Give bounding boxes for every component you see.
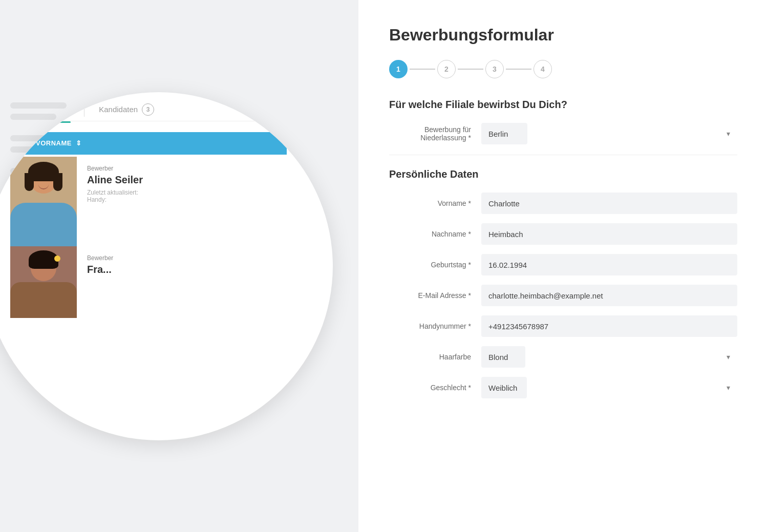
tab-bewerber-label: Bewerber	[20, 105, 53, 114]
kandidaten-badge: 3	[142, 103, 154, 116]
section-divider	[389, 155, 737, 155]
applicant-name-2: Fra...	[87, 264, 276, 275]
email-input[interactable]	[481, 285, 737, 306]
applicant-row-2[interactable]: Bewerber Fra...	[10, 246, 287, 318]
applicant-meta2: Handy:	[87, 196, 276, 203]
applicant-photo-2	[10, 246, 77, 318]
applicant-photo-1	[10, 157, 77, 246]
handy-input[interactable]	[481, 315, 737, 337]
page-wrapper: Bewerber 6 Kandidaten 3 VORNAME ⇕	[0, 0, 768, 532]
niederlassung-dropdown-icon: ▾	[727, 130, 730, 138]
tab-kandidaten-label: Kandidaten	[99, 105, 138, 114]
vorname-input[interactable]	[481, 193, 737, 214]
step-line-1-2	[410, 69, 435, 70]
applicant-info-1: Bewerber Aline Seiler Zuletzt aktualisie…	[77, 157, 287, 246]
form-title: Bewerbungsformular	[389, 26, 737, 45]
step-line-2-3	[458, 69, 483, 70]
form-row-geburtstag: Geburtstag *	[389, 254, 737, 275]
table-header: VORNAME ⇕	[10, 132, 287, 155]
tab-bar: Bewerber 6 Kandidaten 3	[10, 98, 266, 121]
nachname-input[interactable]	[481, 223, 737, 245]
geschlecht-select-wrapper: Weiblich Männlich Divers ▾	[481, 377, 737, 398]
label-vorname: Vorname *	[389, 199, 481, 207]
haarfarbe-dropdown-icon: ▾	[727, 353, 730, 361]
tab-divider	[84, 102, 84, 117]
applicant-type-2: Bewerber	[87, 254, 276, 262]
label-email: E-Mail Adresse *	[389, 291, 481, 300]
haarfarbe-select[interactable]: Blond Braun Schwarz Rot Grau	[481, 346, 525, 368]
geburtstag-input[interactable]	[481, 254, 737, 275]
section2-heading: Persönliche Daten	[389, 168, 737, 180]
active-tab-underline	[10, 121, 71, 123]
col-header-vorname: VORNAME ⇕	[36, 139, 82, 147]
form-row-niederlassung: Bewerbung für Niederlassung * Berlin Mün…	[389, 123, 737, 144]
label-geburtstag: Geburtstag *	[389, 261, 481, 269]
applicant-info-2: Bewerber Fra...	[77, 246, 287, 318]
sort-icon: ⇕	[76, 139, 82, 147]
form-row-haarfarbe: Haarfarbe Blond Braun Schwarz Rot Grau ▾	[389, 346, 737, 368]
applicant-row-1[interactable]: Bewerber Aline Seiler Zuletzt aktualisie…	[10, 157, 287, 247]
step-line-3-4	[506, 69, 531, 70]
bewerber-badge: 6	[57, 103, 70, 116]
tab-kandidaten[interactable]: Kandidaten 3	[89, 98, 164, 121]
niederlassung-select[interactable]: Berlin München Hamburg Frankfurt	[481, 123, 527, 144]
label-niederlassung: Bewerbung für Niederlassung *	[389, 125, 481, 142]
step-3[interactable]: 3	[485, 60, 504, 78]
applicant-type-1: Bewerber	[87, 165, 276, 172]
header-checkbox[interactable]	[19, 139, 29, 148]
haarfarbe-select-wrapper: Blond Braun Schwarz Rot Grau ▾	[481, 346, 737, 368]
form-row-handy: Handynummer *	[389, 315, 737, 337]
tab-bewerber[interactable]: Bewerber 6	[10, 98, 80, 121]
form-row-geschlecht: Geschlecht * Weiblich Männlich Divers ▾	[389, 377, 737, 398]
label-handy: Handynummer *	[389, 322, 481, 330]
form-row-nachname: Nachname *	[389, 223, 737, 245]
label-nachname: Nachname *	[389, 230, 481, 238]
geschlecht-dropdown-icon: ▾	[727, 384, 730, 392]
form-panel: Bewerbungsformular 1 2 3 4 Für welche Fi…	[358, 0, 768, 532]
circle-panel: Bewerber 6 Kandidaten 3 VORNAME ⇕	[0, 92, 333, 440]
niederlassung-select-wrapper: Berlin München Hamburg Frankfurt ▾	[481, 123, 737, 144]
step-2[interactable]: 2	[437, 60, 456, 78]
section1-heading: Für welche Filiale bewirbst Du Dich?	[389, 99, 737, 111]
label-haarfarbe: Haarfarbe	[389, 353, 481, 361]
applicant-meta1: Zuletzt aktualisiert:	[87, 189, 276, 196]
step-4[interactable]: 4	[534, 60, 552, 78]
applicant-name-1: Aline Seiler	[87, 174, 276, 186]
form-row-email: E-Mail Adresse *	[389, 285, 737, 306]
form-row-vorname: Vorname *	[389, 193, 737, 214]
step-1[interactable]: 1	[389, 60, 408, 78]
stepper: 1 2 3 4	[389, 60, 737, 78]
label-geschlecht: Geschlecht *	[389, 384, 481, 392]
geschlecht-select[interactable]: Weiblich Männlich Divers	[481, 377, 527, 398]
